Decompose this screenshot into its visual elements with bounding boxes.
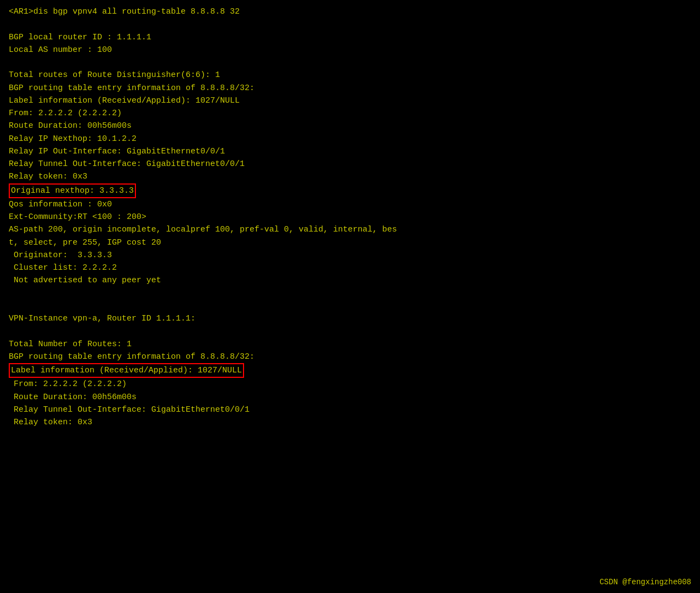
terminal-line: BGP local router ID : 1.1.1.1 [9, 31, 691, 44]
terminal-line: <AR1>dis bgp vpnv4 all routing-table 8.8… [9, 5, 691, 18]
watermark: CSDN @fengxingzhe008 [600, 578, 691, 586]
terminal-line: Cluster list: 2.2.2.2 [9, 262, 691, 274]
terminal-line: Ext-Community:RT <100 : 200> [9, 211, 691, 223]
terminal-line: Original nexthop: 3.3.3.3 [9, 183, 691, 198]
terminal-line: Route Duration: 00h56m00s [9, 391, 691, 404]
highlighted-text: Original nexthop: 3.3.3.3 [9, 183, 136, 198]
terminal-line: Local AS number : 100 [9, 44, 691, 56]
terminal-line: Originator: 3.3.3.3 [9, 249, 691, 262]
terminal-line [9, 287, 691, 300]
terminal-line: BGP routing table entry information of 8… [9, 351, 691, 363]
terminal-container: <AR1>dis bgp vpnv4 all routing-table 8.8… [9, 5, 691, 429]
terminal-line: BGP routing table entry information of 8… [9, 82, 691, 94]
terminal-line [9, 325, 691, 337]
terminal-line: From: 2.2.2.2 (2.2.2.2) [9, 107, 691, 120]
terminal-line: Relay Tunnel Out-Interface: GigabitEther… [9, 158, 691, 170]
terminal-line: Route Duration: 00h56m00s [9, 120, 691, 132]
terminal-line: t, select, pre 255, IGP cost 20 [9, 236, 691, 249]
terminal-line: Label information (Received/Applied): 10… [9, 363, 691, 378]
terminal-line: Label information (Received/Applied): 10… [9, 94, 691, 107]
terminal-line [9, 56, 691, 69]
terminal-line: VPN-Instance vpn-a, Router ID 1.1.1.1: [9, 312, 691, 325]
terminal-line: Relay IP Out-Interface: GigabitEthernet0… [9, 145, 691, 158]
terminal-line [9, 18, 691, 31]
terminal-line: Qos information : 0x0 [9, 198, 691, 211]
highlighted-text: Label information (Received/Applied): 10… [9, 363, 244, 378]
terminal-line: Relay Tunnel Out-Interface: GigabitEther… [9, 404, 691, 416]
terminal-line [9, 300, 691, 312]
terminal-line: From: 2.2.2.2 (2.2.2.2) [9, 378, 691, 390]
terminal-line: AS-path 200, origin incomplete, localpre… [9, 223, 691, 236]
terminal-line: Total routes of Route Distinguisher(6:6)… [9, 69, 691, 81]
terminal-line: Relay token: 0x3 [9, 416, 691, 429]
terminal-line: Relay IP Nexthop: 10.1.2.2 [9, 133, 691, 145]
terminal-line: Not advertised to any peer yet [9, 274, 691, 287]
terminal-line: Relay token: 0x3 [9, 170, 691, 183]
terminal-line: Total Number of Routes: 1 [9, 338, 691, 351]
